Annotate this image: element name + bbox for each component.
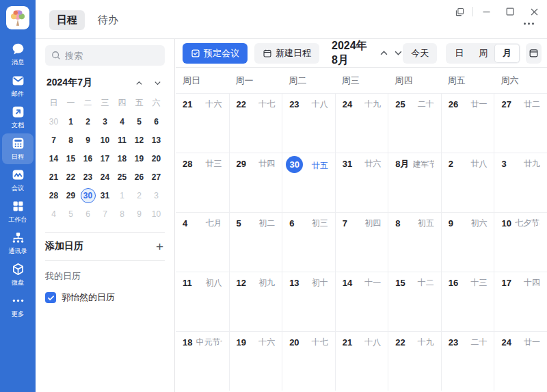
sidebar-item-mail[interactable]: 邮件 [2, 70, 34, 101]
day-cell[interactable]: 3廿九 [494, 153, 547, 212]
minimize-icon[interactable] [480, 5, 492, 18]
add-calendar-icon[interactable]: + [155, 240, 165, 253]
mini-day[interactable]: 4 [45, 205, 62, 223]
mini-day[interactable]: 6 [79, 205, 96, 223]
close-icon[interactable] [528, 5, 540, 18]
day-cell[interactable]: 21十八 [335, 331, 388, 391]
mini-day[interactable]: 28 [45, 186, 62, 205]
sidebar-item-workbench[interactable]: 工作台 [2, 196, 34, 227]
day-cell[interactable]: 2廿八 [441, 153, 494, 212]
day-cell[interactable]: 19十六 [229, 331, 282, 391]
mini-day[interactable]: 8 [114, 205, 131, 223]
search-box[interactable] [45, 45, 165, 66]
sidebar-item-contacts[interactable]: 通讯录 [2, 228, 34, 259]
mini-day[interactable]: 11 [114, 131, 131, 149]
sidebar-item-docs[interactable]: 文档 [2, 102, 34, 133]
day-cell[interactable]: 26廿一 [441, 93, 494, 153]
day-cell[interactable]: 7初四 [335, 212, 388, 272]
day-cell[interactable]: 24廿一 [494, 331, 547, 391]
new-event-button[interactable]: 新建日程 [254, 43, 319, 64]
day-cell[interactable]: 23二十 [441, 331, 494, 391]
book-meeting-button[interactable]: 预定会议 [183, 43, 248, 64]
day-cell[interactable]: 25二十 [388, 93, 441, 153]
mini-day[interactable]: 8 [62, 131, 79, 149]
maximize-icon[interactable] [504, 5, 516, 18]
mini-day[interactable]: 5 [131, 112, 148, 131]
mini-day[interactable]: 4 [114, 112, 131, 131]
view-week[interactable]: 周 [471, 44, 495, 62]
day-cell[interactable]: 11初八 [176, 272, 229, 331]
calendar-list-item[interactable]: 郭怡然的日历 [45, 291, 165, 304]
day-cell[interactable]: 8月建军节… [388, 153, 441, 212]
day-cell[interactable]: 10七夕节初… [494, 212, 547, 272]
mini-day[interactable]: 27 [148, 168, 165, 186]
mini-day[interactable]: 30 [45, 112, 62, 131]
mini-day[interactable]: 14 [45, 149, 62, 168]
view-day[interactable]: 日 [447, 44, 471, 62]
mini-day[interactable]: 2 [79, 112, 96, 131]
tab-schedule[interactable]: 日程 [49, 10, 85, 30]
calendar-checkbox[interactable] [45, 292, 56, 303]
day-cell[interactable]: 20十七 [282, 331, 335, 391]
mini-day[interactable]: 9 [79, 131, 96, 149]
day-cell[interactable]: 17十四 [494, 272, 547, 331]
new-window-icon[interactable] [453, 5, 466, 18]
mini-day[interactable]: 3 [96, 112, 114, 131]
mini-day[interactable]: 15 [62, 149, 79, 168]
mini-day[interactable]: 23 [79, 168, 96, 186]
today-button[interactable]: 今天 [403, 43, 437, 64]
mini-day[interactable]: 24 [96, 168, 114, 186]
view-month[interactable]: 月 [495, 44, 519, 62]
day-cell[interactable]: 15十二 [388, 272, 441, 331]
day-cell[interactable]: 12初九 [229, 272, 282, 331]
day-cell[interactable]: 13初十 [282, 272, 335, 331]
mini-day[interactable]: 13 [148, 131, 165, 149]
day-cell[interactable]: 9初六 [441, 212, 494, 272]
day-cell[interactable]: 27廿二 [494, 93, 547, 153]
day-cell[interactable]: 5初二 [229, 212, 282, 272]
day-cell[interactable]: 6初三 [282, 212, 335, 272]
prev-month-icon[interactable] [379, 48, 388, 59]
day-cell[interactable]: 4七月 [176, 212, 229, 272]
mini-day[interactable]: 12 [131, 131, 148, 149]
mini-day[interactable]: 18 [114, 149, 131, 168]
mini-day[interactable]: 7 [96, 205, 114, 223]
day-cell[interactable]: 22十七 [229, 93, 282, 153]
sidebar-item-more[interactable]: 更多 [2, 291, 34, 322]
layout-toggle-button[interactable] [526, 43, 542, 64]
mini-day[interactable]: 20 [148, 149, 165, 168]
mini-prev-month-icon[interactable] [133, 77, 145, 89]
sidebar-item-drive[interactable]: 微盘 [2, 259, 34, 290]
avatar[interactable] [6, 6, 29, 29]
tab-todo[interactable]: 待办 [90, 10, 126, 30]
next-month-icon[interactable] [394, 48, 403, 59]
mini-day[interactable]: 17 [96, 149, 114, 168]
day-cell[interactable]: 31廿六 [335, 153, 388, 212]
day-cell[interactable]: 22十九 [388, 331, 441, 391]
mini-day[interactable]: 9 [131, 205, 148, 223]
mini-day[interactable]: 30 [81, 188, 96, 203]
day-cell[interactable]: 21十六 [176, 93, 229, 153]
mini-day[interactable]: 26 [131, 168, 148, 186]
day-cell[interactable]: 8初五 [388, 212, 441, 272]
mini-day[interactable]: 5 [62, 205, 79, 223]
mini-day[interactable]: 7 [45, 131, 62, 149]
day-cell[interactable]: 30廿五 [282, 153, 335, 212]
mini-day[interactable]: 2 [131, 186, 148, 205]
day-cell[interactable]: 18中元节十… [176, 331, 229, 391]
mini-day[interactable]: 10 [148, 205, 165, 223]
more-menu-icon[interactable] [522, 21, 536, 27]
sidebar-item-meetings[interactable]: 会议 [2, 165, 34, 196]
mini-day[interactable]: 29 [62, 186, 79, 205]
sidebar-item-messages[interactable]: 消息 [2, 39, 34, 70]
mini-day[interactable]: 16 [79, 149, 96, 168]
mini-day[interactable]: 21 [45, 168, 62, 186]
mini-day[interactable]: 10 [96, 131, 114, 149]
day-cell[interactable]: 16十三 [441, 272, 494, 331]
mini-day[interactable]: 31 [96, 186, 114, 205]
day-cell[interactable]: 24十九 [335, 93, 388, 153]
mini-day[interactable]: 3 [148, 186, 165, 205]
mini-day[interactable]: 25 [114, 168, 131, 186]
mini-day[interactable]: 1 [62, 112, 79, 131]
search-input[interactable] [65, 51, 154, 61]
